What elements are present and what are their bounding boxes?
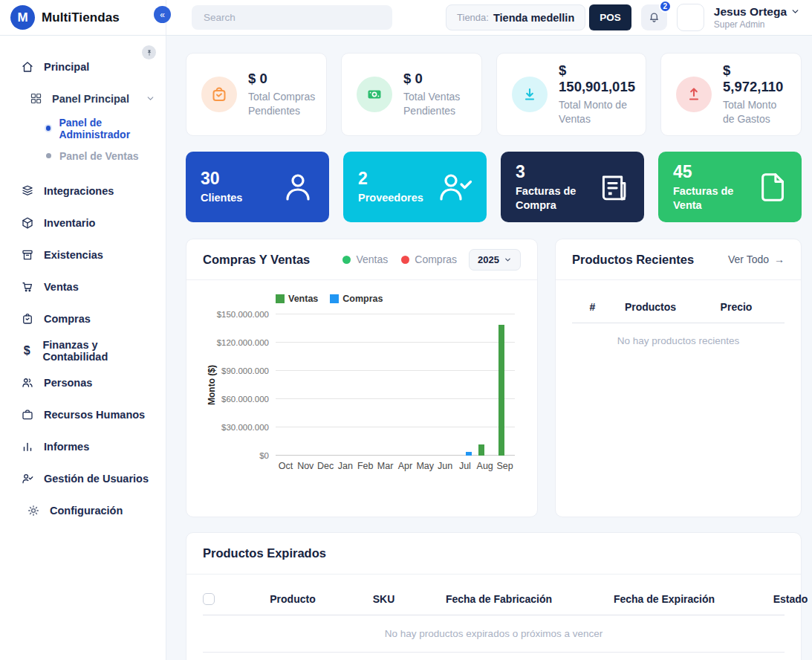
avatar[interactable] (677, 4, 704, 31)
banknote-icon (357, 77, 392, 112)
sidebar-item-informes[interactable]: Informes (0, 430, 166, 462)
pin-icon (146, 49, 153, 56)
arrow-up-from-line-icon (676, 77, 712, 112)
brand[interactable]: M MultiTiendas (0, 0, 166, 35)
search-input[interactable] (192, 5, 392, 30)
layers-icon (21, 184, 34, 198)
sidebar-collapse-button[interactable]: « (154, 6, 171, 23)
bullet-icon (46, 153, 51, 158)
chevron-down-icon (790, 7, 800, 16)
x-axis-label: Mar (375, 461, 395, 471)
stat-cards-row: $ 0 Total Compras Pendientes $ 0 Total V… (186, 53, 802, 136)
dollar-icon: $ (21, 344, 33, 358)
sidebar-item-configuracion[interactable]: Configuración (0, 494, 166, 526)
stat-label: Total Compras Pendientes (248, 90, 316, 118)
col-num: # (572, 301, 613, 313)
year-dropdown[interactable]: 2025 (469, 249, 521, 271)
x-axis-label: Sep (495, 461, 515, 471)
people-icon (21, 376, 34, 389)
y-axis-tick: $60.000.000 (221, 395, 269, 404)
store-label: Tienda: (457, 12, 489, 23)
chevron-down-icon (504, 256, 512, 264)
person-icon (280, 169, 316, 205)
user-name: Jesus Ortega (714, 5, 787, 19)
sidebar-item-recursos-humanos[interactable]: Recursos Humanos (0, 398, 166, 430)
x-axis-label: Feb (355, 461, 375, 471)
user-menu[interactable]: Jesus Ortega Super Admin (714, 5, 800, 30)
expired-products-panel: Productos Expirados Producto SKU Fecha d… (186, 532, 802, 660)
col-fecha-expiracion: Fecha de Expiración (579, 593, 750, 605)
x-axis-label: Oct (276, 461, 296, 471)
x-axis-label: Jul (455, 461, 475, 471)
metric-card-clientes[interactable]: 30 Clientes (186, 152, 329, 222)
chart-bar (466, 452, 472, 456)
grid-icon (30, 92, 42, 105)
top-header: M MultiTiendas « Tienda: Tienda medellin… (0, 0, 812, 36)
metric-value: 30 (201, 169, 242, 189)
expired-products-header-row: Producto SKU Fecha de Fabricación Fecha … (203, 593, 785, 605)
sidebar-item-panel-de-ventas[interactable]: Panel de Ventas (0, 142, 166, 169)
stat-value: $ 0 (403, 71, 471, 87)
sales-chart-panel: Compras Y Ventas Ventas Compras 2025 Ven… (186, 239, 538, 517)
stat-value: $ 5,972,110 (723, 62, 790, 95)
col-producto: Producto (237, 593, 348, 605)
sidebar-group-panel-principal[interactable]: Panel Principal (0, 82, 166, 114)
file-icon (757, 169, 788, 205)
stat-card-monto-gastos: $ 5,972,110 Total Monto de Gastos (660, 53, 802, 136)
user-role: Super Admin (714, 20, 800, 30)
recent-products-empty-state: No hay productos recientes (572, 323, 785, 358)
bag-icon (21, 312, 34, 326)
metric-value: 45 (673, 162, 757, 182)
sidebar-item-integraciones[interactable]: Integraciones (0, 175, 166, 207)
sidebar-item-gestion-usuarios[interactable]: Gestión de Usuarios (0, 462, 166, 494)
metric-card-facturas-compra[interactable]: 3 Facturas de Compra (501, 152, 644, 222)
sidebar-item-existencias[interactable]: Existencias (0, 239, 166, 271)
metric-label: Proveedores (358, 191, 423, 204)
select-all-checkbox[interactable] (203, 593, 215, 605)
arrow-down-to-line-icon (512, 77, 548, 112)
col-fecha-fabricacion: Fecha de Fabricación (419, 593, 579, 605)
recent-products-header-row: # Productos Precio (572, 301, 785, 313)
metric-value: 3 (516, 162, 597, 182)
sidebar: Principal Panel Principal Panel de Admin… (0, 36, 166, 660)
chart-inner-legend: VentasCompras (276, 294, 524, 304)
sidebar-item-finanzas[interactable]: $ Finanzas y Contabilidad (0, 334, 166, 366)
metric-card-facturas-venta[interactable]: 45 Facturas de Venta (658, 152, 802, 222)
home-icon (21, 60, 34, 74)
sidebar-item-inventario[interactable]: Inventario (0, 207, 166, 239)
notifications-button[interactable]: 2 (641, 4, 667, 30)
col-productos: Productos (613, 301, 688, 313)
bell-icon (647, 10, 661, 25)
cart-icon (21, 280, 34, 294)
sidebar-item-principal[interactable]: Principal (0, 51, 166, 82)
pos-button[interactable]: POS (589, 4, 631, 30)
logo-icon: M (10, 5, 35, 30)
compras-legend-dot (401, 256, 409, 264)
legend-swatch-icon (330, 294, 339, 303)
metric-label: Facturas de Venta (673, 184, 757, 211)
ventas-legend-dot (342, 256, 351, 264)
x-axis-label: May (415, 461, 435, 471)
sidebar-item-ventas[interactable]: Ventas (0, 271, 166, 302)
metric-card-proveedores[interactable]: 2 Proveedores (343, 152, 487, 222)
sidebar-item-panel-de-administrador[interactable]: Panel de Administrador (0, 114, 166, 142)
gear-icon (27, 504, 40, 517)
user-check-icon (21, 472, 34, 485)
chart-bar (478, 444, 484, 456)
sidebar-item-personas[interactable]: Personas (0, 366, 166, 398)
stat-card-ventas-pendientes: $ 0 Total Ventas Pendientes (341, 53, 482, 136)
sidebar-pin-button[interactable] (142, 45, 156, 59)
stat-value: $ 150,901,015 (559, 62, 635, 95)
sidebar-item-compras[interactable]: Compras (0, 302, 166, 334)
y-axis-title: Monto ($) (207, 365, 217, 405)
store-selector[interactable]: Tienda: Tienda medellin (446, 4, 585, 30)
col-estado: Estado (750, 593, 812, 605)
archive-box-icon (21, 248, 34, 262)
y-axis-tick: $150.000.000 (217, 310, 269, 319)
metric-value: 2 (358, 169, 423, 189)
chart-header-legend: Ventas Compras (342, 253, 457, 265)
panels-row: Compras Y Ventas Ventas Compras 2025 Ven… (186, 239, 802, 517)
y-axis-tick: $0 (259, 451, 269, 460)
x-axis-label: Apr (395, 461, 415, 471)
ver-todo-link[interactable]: Ver Todo → (728, 253, 785, 265)
